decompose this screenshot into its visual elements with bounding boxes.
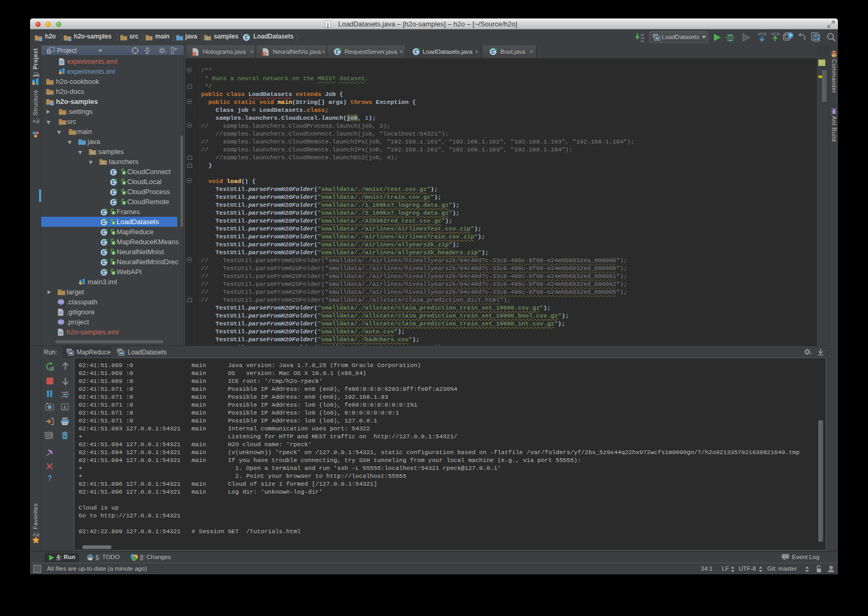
svg-text:VCS: VCS — [758, 32, 766, 36]
svg-text:VCS: VCS — [771, 32, 779, 36]
svg-text:01: 01 — [641, 40, 645, 43]
